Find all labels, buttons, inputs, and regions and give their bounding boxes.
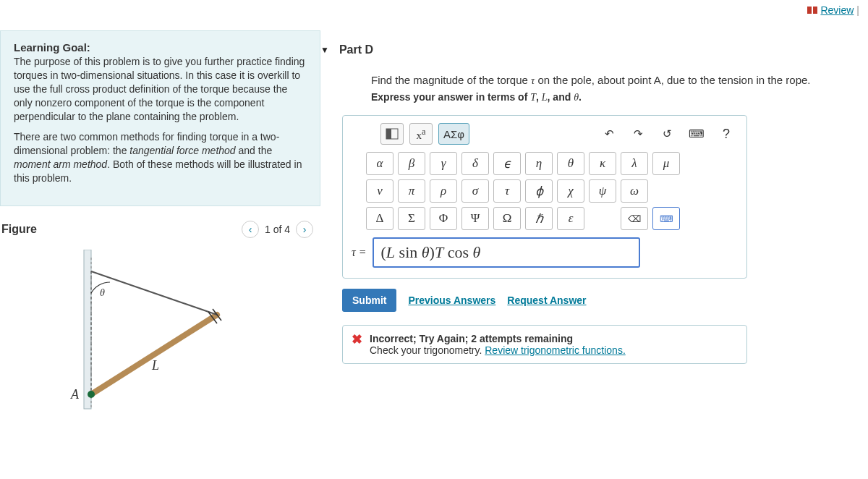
keyboard2-button[interactable]: ⌨ — [652, 207, 680, 230]
figure-label-A: A — [71, 387, 79, 402]
greek-varepsilon[interactable]: ε — [557, 207, 584, 230]
svg-line-2 — [91, 315, 217, 394]
svg-rect-9 — [386, 129, 391, 139]
template-button[interactable]: xa — [409, 123, 433, 145]
feedback-title: Incorrect; Try Again; 2 attempts remaini… — [370, 333, 573, 344]
greek-epsilon[interactable]: ϵ — [493, 152, 521, 175]
greek-pi[interactable]: π — [398, 179, 425, 203]
undo-button[interactable]: ↶ — [597, 123, 621, 145]
keyboard-button[interactable]: ⌨ — [684, 123, 709, 145]
greek-Psi[interactable]: Ψ — [461, 207, 489, 230]
greek-sigma[interactable]: σ — [461, 179, 489, 203]
figure-pager: ‹ 1 of 4 › — [242, 221, 313, 238]
greek-gamma[interactable]: γ — [430, 152, 457, 175]
greek-Phi[interactable]: Φ — [430, 207, 457, 230]
greek-mu[interactable]: μ — [652, 152, 680, 175]
greek-lambda[interactable]: λ — [621, 152, 648, 175]
answer-input[interactable]: (L sin θ)T cos θ — [373, 237, 640, 268]
greek-nu[interactable]: ν — [366, 179, 393, 203]
review-icon — [807, 7, 817, 14]
greek-Delta[interactable]: Δ — [366, 207, 393, 230]
greek-rho[interactable]: ρ — [430, 179, 457, 203]
greek-Sigma[interactable]: Σ — [398, 207, 425, 230]
figure-label-L: L — [152, 358, 159, 373]
greek-eta[interactable]: η — [525, 152, 553, 175]
feedback-box: ✖ Incorrect; Try Again; 2 attempts remai… — [342, 325, 747, 364]
greek-button[interactable]: ΑΣφ — [438, 123, 469, 145]
figure-heading: Figure — [1, 223, 37, 236]
greek-Omega[interactable]: Ω — [493, 207, 521, 230]
greek-chi[interactable]: χ — [557, 179, 584, 203]
greek-hbar[interactable]: ℏ — [525, 207, 553, 230]
incorrect-icon: ✖ — [352, 333, 362, 346]
svg-point-5 — [88, 391, 95, 398]
answer-box: xa ΑΣφ ↶ ↷ ↺ ⌨ ? α β γ δ ϵ η θ — [342, 115, 747, 279]
greek-delta[interactable]: δ — [461, 152, 489, 175]
learning-goal-box: Learning Goal: The purpose of this probl… — [0, 30, 320, 206]
figure-next-button[interactable]: › — [296, 221, 313, 238]
greek-phi[interactable]: ϕ — [525, 179, 553, 203]
greek-theta[interactable]: θ — [557, 152, 584, 175]
review-link[interactable]: Review — [820, 4, 854, 16]
learning-goal-heading: Learning Goal: — [14, 41, 308, 54]
learning-goal-p2: There are two common methods for finding… — [14, 130, 308, 185]
part-collapse-toggle[interactable]: ▼ — [320, 45, 329, 55]
figure-prev-button[interactable]: ‹ — [242, 221, 259, 238]
answer-lhs: τ = — [352, 246, 367, 259]
review-divider: | — [856, 4, 859, 16]
submit-button[interactable]: Submit — [342, 289, 396, 312]
figure-page-label: 1 of 4 — [265, 224, 290, 235]
reset-button[interactable]: ↺ — [655, 123, 678, 145]
greek-palette: α β γ δ ϵ η θ κ λ μ ν π ρ σ τ ϕ — [366, 152, 738, 230]
feedback-link[interactable]: Review trigonometric functions. — [485, 344, 626, 356]
part-prompt: Find the magnitude of the torque τ on th… — [371, 74, 854, 87]
greek-alpha[interactable]: α — [366, 152, 393, 175]
greek-tau[interactable]: τ — [493, 179, 521, 203]
svg-rect-0 — [84, 250, 91, 409]
part-heading: Part D — [339, 43, 373, 56]
greek-omega[interactable]: ω — [621, 179, 648, 203]
greek-psi[interactable]: ψ — [589, 179, 616, 203]
figure-label-theta: θ — [100, 287, 105, 299]
svg-line-3 — [91, 271, 217, 315]
previous-answers-link[interactable]: Previous Answers — [408, 294, 495, 306]
format-button[interactable] — [380, 123, 404, 145]
greek-kappa[interactable]: κ — [589, 152, 616, 175]
redo-button[interactable]: ↷ — [626, 123, 650, 145]
backspace-button[interactable]: ⌫ — [621, 207, 648, 230]
greek-beta[interactable]: β — [398, 152, 425, 175]
feedback-body: Check your trigonometry. — [370, 344, 485, 356]
part-hint: Express your answer in terms of T, L, an… — [371, 91, 854, 103]
help-button[interactable]: ? — [715, 123, 738, 145]
figure-diagram: θ L A — [0, 242, 320, 445]
request-answer-link[interactable]: Request Answer — [507, 294, 586, 306]
learning-goal-p1: The purpose of this problem is to give y… — [14, 55, 308, 123]
